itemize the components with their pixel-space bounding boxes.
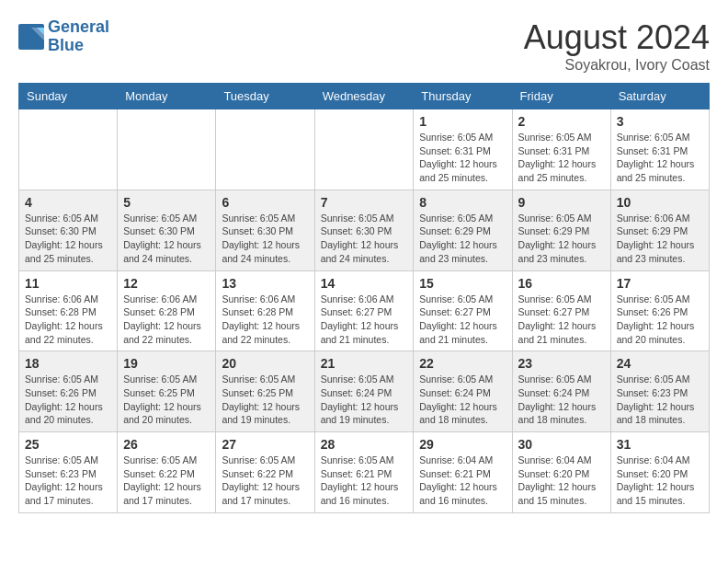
calendar: SundayMondayTuesdayWednesdayThursdayFrid… <box>18 83 710 513</box>
day-number: 7 <box>321 195 408 210</box>
day-number: 6 <box>222 195 308 210</box>
day-number: 3 <box>617 114 703 129</box>
calendar-cell: 6Sunrise: 6:05 AMSunset: 6:30 PMDaylight… <box>216 190 314 270</box>
calendar-cell: 31Sunrise: 6:04 AMSunset: 6:20 PMDayligh… <box>610 432 709 513</box>
calendar-cell: 11Sunrise: 6:06 AMSunset: 6:28 PMDayligh… <box>19 270 118 351</box>
day-number: 16 <box>518 276 605 291</box>
day-info: Sunrise: 6:05 AMSunset: 6:29 PMDaylight:… <box>518 212 605 266</box>
day-number: 31 <box>617 437 703 452</box>
calendar-cell: 17Sunrise: 6:05 AMSunset: 6:26 PMDayligh… <box>610 270 709 351</box>
day-number: 13 <box>222 276 308 291</box>
main-title: August 2024 <box>524 18 710 57</box>
day-of-week-header: Saturday <box>610 84 709 109</box>
day-info: Sunrise: 6:05 AMSunset: 6:30 PMDaylight:… <box>123 212 210 266</box>
day-info: Sunrise: 6:05 AMSunset: 6:27 PMDaylight:… <box>419 293 506 347</box>
day-info: Sunrise: 6:06 AMSunset: 6:28 PMDaylight:… <box>123 293 210 347</box>
calendar-cell <box>314 109 414 190</box>
day-of-week-header: Thursday <box>414 84 512 109</box>
calendar-cell: 1Sunrise: 6:05 AMSunset: 6:31 PMDaylight… <box>414 109 512 190</box>
calendar-cell: 25Sunrise: 6:05 AMSunset: 6:23 PMDayligh… <box>19 432 118 513</box>
calendar-cell: 7Sunrise: 6:05 AMSunset: 6:30 PMDaylight… <box>314 190 414 270</box>
calendar-cell <box>216 109 314 190</box>
day-info: Sunrise: 6:05 AMSunset: 6:24 PMDaylight:… <box>518 373 605 427</box>
day-number: 12 <box>123 276 210 291</box>
calendar-cell: 10Sunrise: 6:06 AMSunset: 6:29 PMDayligh… <box>610 190 709 270</box>
day-number: 19 <box>123 356 210 371</box>
calendar-cell: 13Sunrise: 6:06 AMSunset: 6:28 PMDayligh… <box>216 270 314 351</box>
calendar-week-row: 1Sunrise: 6:05 AMSunset: 6:31 PMDaylight… <box>19 109 710 190</box>
day-info: Sunrise: 6:05 AMSunset: 6:30 PMDaylight:… <box>25 212 111 266</box>
calendar-cell: 21Sunrise: 6:05 AMSunset: 6:24 PMDayligh… <box>314 351 414 432</box>
day-number: 27 <box>222 437 308 452</box>
calendar-cell <box>19 109 118 190</box>
calendar-cell: 23Sunrise: 6:05 AMSunset: 6:24 PMDayligh… <box>512 351 610 432</box>
day-info: Sunrise: 6:05 AMSunset: 6:21 PMDaylight:… <box>321 454 408 508</box>
calendar-cell: 3Sunrise: 6:05 AMSunset: 6:31 PMDaylight… <box>610 109 709 190</box>
calendar-cell: 20Sunrise: 6:05 AMSunset: 6:25 PMDayligh… <box>216 351 314 432</box>
day-number: 11 <box>25 276 111 291</box>
day-info: Sunrise: 6:05 AMSunset: 6:26 PMDaylight:… <box>25 373 111 427</box>
calendar-cell: 5Sunrise: 6:05 AMSunset: 6:30 PMDaylight… <box>118 190 216 270</box>
day-info: Sunrise: 6:05 AMSunset: 6:31 PMDaylight:… <box>419 131 506 185</box>
calendar-cell: 26Sunrise: 6:05 AMSunset: 6:22 PMDayligh… <box>118 432 216 513</box>
day-of-week-header: Monday <box>118 84 216 109</box>
day-info: Sunrise: 6:05 AMSunset: 6:27 PMDaylight:… <box>518 293 605 347</box>
calendar-header-row: SundayMondayTuesdayWednesdayThursdayFrid… <box>19 84 710 109</box>
day-of-week-header: Friday <box>512 84 610 109</box>
day-number: 26 <box>123 437 210 452</box>
day-number: 20 <box>222 356 308 371</box>
day-info: Sunrise: 6:05 AMSunset: 6:22 PMDaylight:… <box>222 454 308 508</box>
calendar-week-row: 18Sunrise: 6:05 AMSunset: 6:26 PMDayligh… <box>19 351 710 432</box>
day-info: Sunrise: 6:05 AMSunset: 6:30 PMDaylight:… <box>222 212 308 266</box>
logo-text: General Blue <box>48 18 109 55</box>
day-number: 25 <box>25 437 111 452</box>
calendar-week-row: 4Sunrise: 6:05 AMSunset: 6:30 PMDaylight… <box>19 190 710 270</box>
logo-line2: Blue <box>48 36 84 54</box>
day-number: 1 <box>419 114 506 129</box>
day-number: 22 <box>419 356 506 371</box>
logo-line1: General <box>48 17 109 36</box>
day-info: Sunrise: 6:05 AMSunset: 6:31 PMDaylight:… <box>617 131 703 185</box>
calendar-cell: 24Sunrise: 6:05 AMSunset: 6:23 PMDayligh… <box>610 351 709 432</box>
day-info: Sunrise: 6:05 AMSunset: 6:31 PMDaylight:… <box>518 131 605 185</box>
day-info: Sunrise: 6:06 AMSunset: 6:29 PMDaylight:… <box>617 212 703 266</box>
calendar-cell: 27Sunrise: 6:05 AMSunset: 6:22 PMDayligh… <box>216 432 314 513</box>
day-number: 30 <box>518 437 605 452</box>
calendar-cell: 14Sunrise: 6:06 AMSunset: 6:27 PMDayligh… <box>314 270 414 351</box>
calendar-cell: 18Sunrise: 6:05 AMSunset: 6:26 PMDayligh… <box>19 351 118 432</box>
logo-icon <box>18 24 44 50</box>
day-info: Sunrise: 6:05 AMSunset: 6:23 PMDaylight:… <box>617 373 703 427</box>
day-info: Sunrise: 6:05 AMSunset: 6:26 PMDaylight:… <box>617 293 703 347</box>
sub-title: Soyakrou, Ivory Coast <box>524 57 710 74</box>
day-info: Sunrise: 6:06 AMSunset: 6:27 PMDaylight:… <box>321 293 408 347</box>
day-info: Sunrise: 6:06 AMSunset: 6:28 PMDaylight:… <box>25 293 111 347</box>
calendar-week-row: 25Sunrise: 6:05 AMSunset: 6:23 PMDayligh… <box>19 432 710 513</box>
calendar-cell: 8Sunrise: 6:05 AMSunset: 6:29 PMDaylight… <box>414 190 512 270</box>
day-number: 24 <box>617 356 703 371</box>
day-number: 21 <box>321 356 408 371</box>
day-info: Sunrise: 6:04 AMSunset: 6:20 PMDaylight:… <box>518 454 605 508</box>
calendar-cell: 15Sunrise: 6:05 AMSunset: 6:27 PMDayligh… <box>414 270 512 351</box>
day-number: 10 <box>617 195 703 210</box>
calendar-cell: 28Sunrise: 6:05 AMSunset: 6:21 PMDayligh… <box>314 432 414 513</box>
day-of-week-header: Sunday <box>19 84 118 109</box>
day-number: 4 <box>25 195 111 210</box>
day-info: Sunrise: 6:05 AMSunset: 6:25 PMDaylight:… <box>123 373 210 427</box>
day-number: 23 <box>518 356 605 371</box>
day-number: 2 <box>518 114 605 129</box>
day-number: 17 <box>617 276 703 291</box>
day-info: Sunrise: 6:05 AMSunset: 6:25 PMDaylight:… <box>222 373 308 427</box>
day-info: Sunrise: 6:05 AMSunset: 6:22 PMDaylight:… <box>123 454 210 508</box>
page-header: General Blue August 2024 Soyakrou, Ivory… <box>18 18 710 74</box>
day-number: 28 <box>321 437 408 452</box>
day-info: Sunrise: 6:05 AMSunset: 6:30 PMDaylight:… <box>321 212 408 266</box>
day-info: Sunrise: 6:05 AMSunset: 6:23 PMDaylight:… <box>25 454 111 508</box>
day-number: 5 <box>123 195 210 210</box>
day-number: 18 <box>25 356 111 371</box>
day-info: Sunrise: 6:05 AMSunset: 6:24 PMDaylight:… <box>419 373 506 427</box>
day-info: Sunrise: 6:06 AMSunset: 6:28 PMDaylight:… <box>222 293 308 347</box>
day-info: Sunrise: 6:04 AMSunset: 6:20 PMDaylight:… <box>617 454 703 508</box>
day-of-week-header: Tuesday <box>216 84 314 109</box>
day-number: 14 <box>321 276 408 291</box>
calendar-cell: 9Sunrise: 6:05 AMSunset: 6:29 PMDaylight… <box>512 190 610 270</box>
